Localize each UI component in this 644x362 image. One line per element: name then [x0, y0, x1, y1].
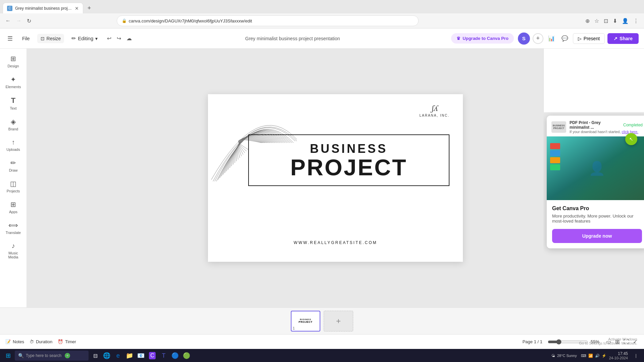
- zoom-level: 55%: [591, 339, 599, 344]
- checkmark-btn[interactable]: ✓: [632, 337, 639, 346]
- fullscreen-btn[interactable]: ⛶: [622, 338, 630, 346]
- doc-title: Grey minimalist business project present…: [138, 36, 447, 41]
- grid-view-btn[interactable]: ⊞: [614, 337, 621, 346]
- slide-main-box[interactable]: BUSINESS PROJECT: [248, 134, 449, 186]
- zoom-btn[interactable]: ⊕: [584, 16, 591, 25]
- timer-btn[interactable]: ⏰ Timer: [58, 339, 76, 344]
- normal-view-btn[interactable]: ▭: [605, 337, 612, 346]
- editing-btn[interactable]: ✏ Editing ▾: [68, 33, 101, 44]
- add-slide-btn[interactable]: +: [324, 311, 353, 331]
- taskbar-app-icons: ⊟ 🌐 e 📁 📧 C T 🔵 🟢: [90, 350, 192, 361]
- taskbar-volume-icon: 🔊: [595, 354, 600, 358]
- sidebar-item-translate[interactable]: ⟺ Translate: [1, 218, 25, 238]
- timer-label: Timer: [65, 339, 76, 344]
- share-btn[interactable]: ↗ Share: [607, 33, 639, 44]
- duration-icon: ⏱: [30, 339, 34, 344]
- upgrade-btn[interactable]: ♛ Upgrade to Canva Pro: [451, 33, 514, 44]
- bookmark-btn[interactable]: ☆: [593, 16, 600, 25]
- taskbar-canva-btn[interactable]: C: [147, 350, 158, 361]
- crown-icon: ♛: [457, 36, 461, 41]
- notif-upgrade-now-btn[interactable]: Upgrade now: [552, 229, 642, 243]
- notes-icon: 📝: [5, 339, 11, 344]
- redo-btn[interactable]: ↪: [115, 33, 123, 44]
- taskbar-chrome-btn[interactable]: 🌐: [101, 350, 112, 361]
- taskbar-search[interactable]: 🔍 Type here to search ✦: [15, 351, 89, 361]
- zoom-slider[interactable]: [548, 339, 588, 345]
- taskbar-search-placeholder: Type here to search: [26, 353, 61, 358]
- save-status-btn[interactable]: ☁: [124, 33, 134, 44]
- notif-body: Get Canva Pro More productivity. More po…: [547, 200, 644, 248]
- zoom-control: 55%: [548, 339, 599, 345]
- upgrade-label: Upgrade to Canva Pro: [463, 36, 508, 41]
- timer-icon: ⏰: [58, 339, 63, 344]
- profile-btn[interactable]: 👤: [621, 16, 630, 25]
- slide-thumbnail-1[interactable]: BUSINESS PROJECT 1: [291, 311, 320, 331]
- duration-btn[interactable]: ⏱ Duration: [30, 339, 52, 344]
- comment-icon-btn[interactable]: 💬: [559, 33, 570, 44]
- menu-btn[interactable]: ⋮: [632, 16, 640, 25]
- slide-business-text: BUSINESS: [310, 142, 388, 156]
- slide-logo: ʃʎ LARANA, INC.: [419, 104, 449, 117]
- taskbar-teams-btn[interactable]: T: [158, 350, 169, 361]
- extensions-btn[interactable]: ⊡: [602, 16, 609, 25]
- taskbar-time-date: 17:45 24-10-2024: [609, 351, 628, 360]
- stats-icon-btn[interactable]: 📊: [546, 33, 557, 44]
- notif-get-pro-desc: More productivity. More power. Unlock ou…: [552, 214, 642, 224]
- resize-btn[interactable]: ⊡ Resize: [37, 34, 64, 43]
- design-icon: ⊞: [10, 55, 16, 63]
- taskbar-right: 🌤 28°C Sunny ⌨ 📶 🔊 ⚡ 17:45 24-10-2024 |: [551, 350, 641, 361]
- sidebar-item-brand[interactable]: ◈ Brand: [1, 114, 25, 134]
- music-icon: ♪: [12, 242, 15, 250]
- show-desktop-btn[interactable]: |: [631, 350, 641, 361]
- avatar[interactable]: S: [518, 33, 530, 45]
- active-tab[interactable]: C Grey minimalist business proje... ✕: [3, 3, 83, 13]
- sidebar-item-apps[interactable]: ⊞ Apps: [1, 197, 25, 217]
- slide-preview-panel: [543, 49, 644, 112]
- canvas-area[interactable]: ʃʎ LARANA, INC. BUSINESS PROJECT WWW.REA…: [27, 49, 644, 307]
- taskbar-time: 17:45: [609, 351, 628, 356]
- forward-btn[interactable]: →: [15, 16, 23, 25]
- taskbar-view-btn[interactable]: ⊟: [90, 350, 101, 361]
- sidebar-label-music: Music Media: [4, 251, 23, 259]
- start-btn[interactable]: ⊞: [3, 350, 13, 361]
- present-btn[interactable]: ▷ Present: [573, 33, 605, 44]
- new-tab-btn[interactable]: +: [85, 3, 94, 13]
- translate-icon: ⟺: [8, 221, 18, 229]
- sidebar-item-uploads[interactable]: ↑ Uploads: [1, 135, 25, 155]
- canvas-slide[interactable]: ʃʎ LARANA, INC. BUSINESS PROJECT WWW.REA…: [208, 94, 463, 262]
- tab-favicon: C: [7, 6, 12, 11]
- sidebar-item-text[interactable]: T Text: [1, 93, 25, 114]
- taskbar-mail-btn[interactable]: 📧: [136, 350, 146, 361]
- refresh-btn[interactable]: ↻: [25, 16, 33, 25]
- sidebar-item-draw[interactable]: ✏ Draw: [1, 156, 25, 176]
- sidebar-label-draw: Draw: [9, 168, 18, 172]
- projects-icon: ◫: [10, 180, 16, 188]
- resize-icon: ⊡: [41, 36, 45, 41]
- sidebar-item-music-media[interactable]: ♪ Music Media: [1, 239, 25, 262]
- taskbar-extra-btn[interactable]: 🟢: [181, 350, 192, 361]
- text-icon: T: [11, 96, 15, 105]
- url-bar[interactable]: 🔒 canva.com/design/DAGUXr7jhM0/qfwxol6fj…: [117, 15, 419, 26]
- sidebar-item-elements[interactable]: ✦ Elements: [1, 72, 25, 92]
- undo-btn[interactable]: ↩: [105, 33, 113, 44]
- url-text: canva.com/design/DAGUXr7jhM0/qfwxol6fjpU…: [129, 18, 252, 23]
- notification-card: BUSINESSPROJECT PDF Print - Grey minimal…: [547, 116, 644, 248]
- taskbar-chrome2-btn[interactable]: 🔵: [170, 350, 180, 361]
- address-bar: ← → ↻ 🔒 canva.com/design/DAGUXr7jhM0/qfw…: [0, 13, 644, 28]
- sidebar-item-design[interactable]: ⊞ Design: [1, 51, 25, 71]
- file-menu-btn[interactable]: File: [19, 34, 33, 43]
- notes-btn[interactable]: 📝 Notes: [5, 339, 24, 344]
- thumb-page-num: 1: [293, 326, 295, 330]
- browser-actions: ⊕ ☆ ⊡ ⬇ 👤 ⋮: [584, 16, 640, 25]
- menu-hamburger[interactable]: ☰: [5, 33, 15, 44]
- back-btn[interactable]: ←: [4, 16, 12, 25]
- tab-close-btn[interactable]: ✕: [75, 6, 79, 11]
- notif-thumbnail: BUSINESSPROJECT: [551, 121, 566, 133]
- download-btn[interactable]: ⬇: [611, 16, 619, 25]
- taskbar-explorer-btn[interactable]: 📁: [124, 350, 135, 361]
- pencil-icon: ✏: [71, 35, 76, 42]
- sidebar-item-projects[interactable]: ◫ Projects: [1, 176, 25, 196]
- sidebar-label-elements: Elements: [6, 85, 21, 89]
- add-collaborator-btn[interactable]: +: [533, 33, 543, 44]
- taskbar-edge-btn[interactable]: e: [113, 350, 123, 361]
